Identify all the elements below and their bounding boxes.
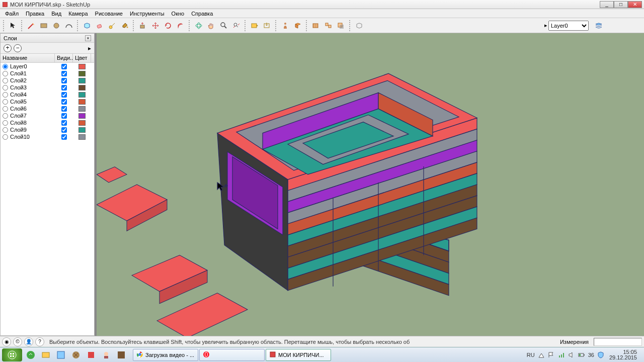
push-pull-tool[interactable] (137, 20, 148, 31)
line-tool[interactable] (26, 20, 37, 31)
layer-active-radio[interactable] (3, 120, 8, 126)
rotate-tool[interactable] (163, 20, 174, 31)
battery-icon[interactable] (578, 351, 585, 358)
clock[interactable]: 15:05 29.12.2015 (607, 349, 639, 360)
quicklaunch-icon[interactable] (69, 348, 83, 361)
menu-файл[interactable]: Файл (2, 10, 22, 17)
toolbar-grip[interactable] (21, 20, 23, 31)
quicklaunch-icon[interactable] (24, 348, 37, 361)
styles-tool[interactable] (354, 20, 365, 31)
section-plane-tool[interactable] (292, 20, 303, 31)
col-name[interactable]: Название (1, 54, 55, 62)
layer-active-radio[interactable] (3, 106, 8, 112)
layer-color-swatch[interactable] (78, 92, 86, 98)
flag-icon[interactable] (548, 351, 555, 358)
get-models-tool[interactable] (249, 20, 260, 31)
layer-visible-checkbox[interactable] (61, 127, 67, 133)
toolbar-grip[interactable] (77, 20, 79, 31)
orbit-tool[interactable] (193, 20, 204, 31)
add-layer-button[interactable]: + (4, 44, 12, 52)
toolbar-grip[interactable] (189, 20, 191, 31)
layer-color-swatch[interactable] (78, 85, 86, 90)
taskbar-task[interactable]: МОИ КИРПИЧИ... (266, 349, 331, 361)
make-component-tool[interactable] (82, 20, 93, 31)
layer-color-swatch[interactable] (78, 120, 86, 126)
quicklaunch-icon[interactable] (85, 348, 98, 361)
share-model-tool[interactable] (262, 20, 273, 31)
maximize-button[interactable]: □ (614, 1, 628, 8)
quicklaunch-icon[interactable] (115, 348, 128, 361)
circle-tool[interactable] (51, 20, 62, 31)
col-visible[interactable]: Види... (55, 54, 73, 62)
menu-камера[interactable]: Камера (65, 10, 91, 17)
layer-color-swatch[interactable] (78, 113, 86, 119)
layer-color-swatch[interactable] (78, 99, 86, 105)
layer-visible-checkbox[interactable] (61, 92, 67, 98)
layer-row[interactable]: Слой6 (1, 105, 94, 112)
layer-active-radio[interactable] (3, 113, 8, 119)
display-fills-tool[interactable] (323, 20, 334, 31)
arc-tool[interactable] (63, 20, 74, 31)
layers-panel-titlebar[interactable]: Слои × (1, 34, 94, 43)
layer-color-swatch[interactable] (78, 64, 86, 69)
layer-row[interactable]: Слой7 (1, 112, 94, 119)
eraser-tool[interactable] (94, 20, 105, 31)
layer-visible-checkbox[interactable] (61, 78, 67, 83)
layer-row[interactable]: Слой5 (1, 98, 94, 105)
display-shadows-tool[interactable] (336, 20, 347, 31)
quicklaunch-icon[interactable] (39, 348, 52, 361)
layers-flyout-button[interactable]: ▸ (88, 45, 91, 52)
layer-color-swatch[interactable] (78, 71, 86, 76)
layer-color-swatch[interactable] (78, 134, 86, 140)
tray-icon[interactable] (538, 351, 545, 358)
layer-active-radio[interactable] (3, 92, 8, 98)
status-signin[interactable]: 👤 (24, 337, 33, 346)
col-color[interactable]: Цвет (73, 54, 91, 62)
minimize-button[interactable]: _ (600, 1, 614, 8)
layer-active-radio[interactable] (3, 127, 8, 133)
layer-color-swatch[interactable] (78, 78, 86, 83)
layer-active-radio[interactable] (3, 78, 8, 83)
status-geolocate[interactable]: ◉ (2, 337, 11, 346)
toolbar-grip[interactable] (349, 20, 351, 31)
layer-visible-checkbox[interactable] (61, 85, 67, 90)
layer-visible-checkbox[interactable] (61, 99, 67, 105)
measurements-input[interactable] (594, 338, 642, 346)
toolbar-grip[interactable] (306, 20, 308, 31)
tray-lang[interactable]: RU (527, 352, 535, 358)
layer-active-radio[interactable] (3, 99, 8, 105)
layer-manager-button[interactable] (593, 20, 605, 31)
status-help[interactable]: ? (35, 337, 44, 346)
layer-active-radio[interactable] (3, 64, 8, 69)
toolbar-grip[interactable] (3, 20, 5, 31)
pan-tool[interactable] (206, 20, 217, 31)
offset-tool[interactable] (175, 20, 186, 31)
layer-color-swatch[interactable] (78, 106, 86, 112)
volume-icon[interactable] (568, 351, 575, 358)
rectangle-tool[interactable] (38, 20, 49, 31)
move-tool[interactable] (150, 20, 161, 31)
menu-инструменты[interactable]: Инструменты (127, 10, 168, 17)
toolbar-grip[interactable] (245, 20, 247, 31)
layer-visible-checkbox[interactable] (61, 64, 67, 69)
network-icon[interactable] (558, 351, 565, 358)
layer-visible-checkbox[interactable] (61, 120, 67, 126)
menu-справка[interactable]: Справка (188, 10, 216, 17)
layer-row[interactable]: Слой9 (1, 126, 94, 133)
close-button[interactable]: ✕ (628, 1, 642, 8)
layer-row[interactable]: Слой3 (1, 84, 94, 91)
layer-active-radio[interactable] (3, 85, 8, 90)
menu-правка[interactable]: Правка (23, 10, 47, 17)
tape-measure-tool[interactable] (107, 20, 118, 31)
layer-color-swatch[interactable] (78, 127, 86, 133)
layer-row[interactable]: Слой8 (1, 119, 94, 126)
layer-visible-checkbox[interactable] (61, 134, 67, 140)
layer-dropdown[interactable]: ▸ Layer0 (544, 21, 589, 31)
layer-row[interactable]: Слой2 (1, 77, 94, 84)
taskbar-task[interactable] (199, 349, 265, 361)
toolbar-grip[interactable] (275, 20, 277, 31)
layer-row[interactable]: Слой1 (1, 70, 94, 77)
zoom-tool[interactable] (218, 20, 229, 31)
paint-bucket-tool[interactable] (119, 20, 130, 31)
taskbar-task[interactable]: Загрузка видео - ... (133, 349, 198, 361)
